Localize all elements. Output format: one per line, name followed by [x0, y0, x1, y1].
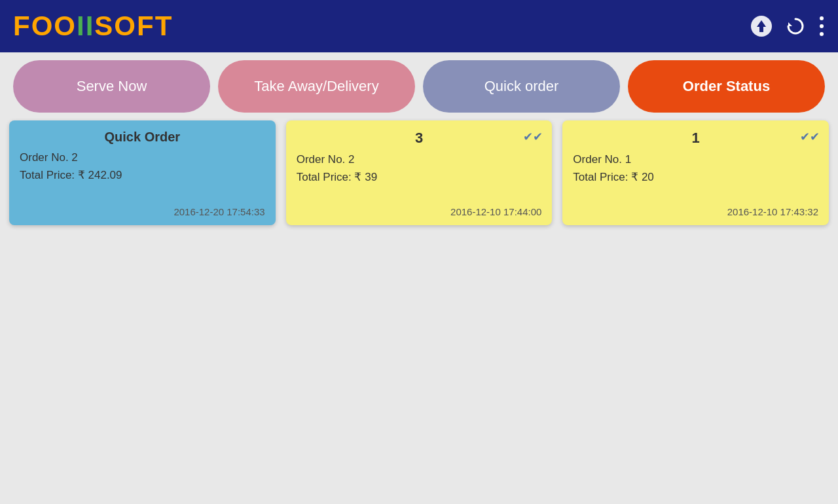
svg-point-3: [820, 16, 824, 20]
double-check-icon-3: ✔✔: [800, 130, 820, 144]
card-1-total-price: Total Price: ₹ 242.09: [20, 168, 265, 182]
card-3-timestamp: 2016-12-10 17:43:32: [727, 206, 818, 217]
order-status-button[interactable]: Order Status: [628, 60, 825, 113]
card-3-total-price: Total Price: ₹ 20: [573, 170, 818, 184]
card-3-order-no: Order No. 1: [573, 153, 818, 166]
take-away-button[interactable]: Take Away/Delivery: [218, 60, 415, 113]
card-1-order-no: Order No. 2: [20, 151, 265, 164]
logo-part3: SOFT: [94, 10, 173, 41]
logo-part2: II: [77, 10, 94, 41]
svg-point-4: [820, 24, 824, 28]
card-2-total-price: Total Price: ₹ 39: [297, 170, 542, 184]
logo: FOOIISOFT: [13, 10, 173, 42]
cards-area: Quick Order Order No. 2 Total Price: ₹ 2…: [0, 120, 838, 225]
svg-marker-2: [788, 22, 792, 26]
logo-part1: FOO: [13, 10, 77, 41]
order-card-1[interactable]: Quick Order Order No. 2 Total Price: ₹ 2…: [9, 120, 276, 225]
svg-point-5: [820, 32, 824, 36]
card-3-number: 1: [573, 130, 818, 147]
order-card-3[interactable]: 1 ✔✔ Order No. 1 Total Price: ₹ 20 2016-…: [562, 120, 829, 225]
upload-icon[interactable]: [750, 15, 773, 37]
order-card-2[interactable]: 3 ✔✔ Order No. 2 Total Price: ₹ 39 2016-…: [286, 120, 553, 225]
nav-bar: Serve Now Take Away/Delivery Quick order…: [0, 52, 838, 120]
card-2-number: 3: [297, 130, 542, 147]
header: FOOIISOFT: [0, 0, 838, 52]
card-1-timestamp: 2016-12-20 17:54:33: [173, 206, 264, 217]
header-icons: [750, 15, 825, 37]
card-2-timestamp: 2016-12-10 17:44:00: [450, 206, 541, 217]
refresh-icon[interactable]: [784, 15, 807, 37]
quick-order-button[interactable]: Quick order: [423, 60, 620, 113]
card-2-order-no: Order No. 2: [297, 153, 542, 166]
card-1-title: Quick Order: [20, 130, 265, 145]
serve-now-button[interactable]: Serve Now: [13, 60, 210, 113]
more-options-icon[interactable]: [818, 15, 825, 37]
double-check-icon-2: ✔✔: [523, 130, 543, 144]
